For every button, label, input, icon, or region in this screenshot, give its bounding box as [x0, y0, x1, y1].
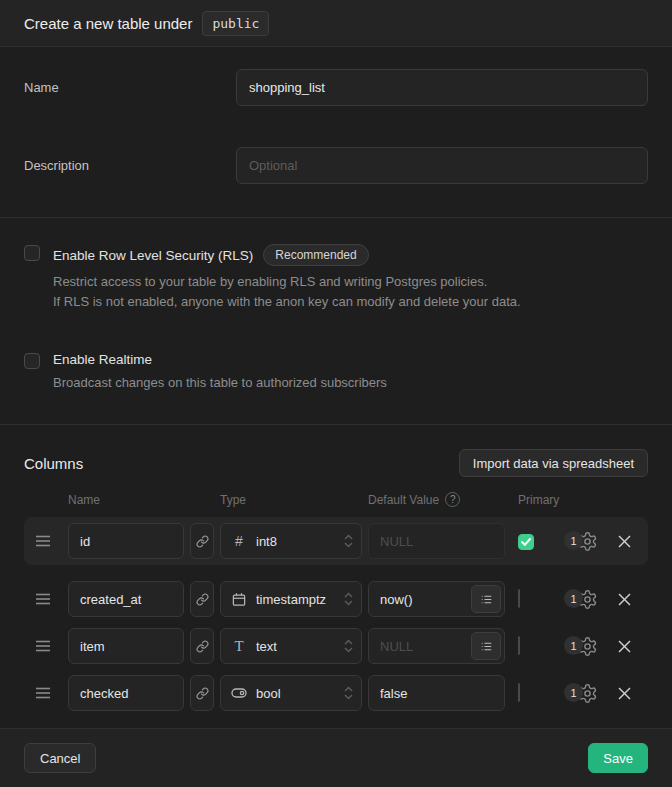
schema-badge: public	[202, 11, 269, 36]
rls-label: Enable Row Level Security (RLS)	[53, 248, 253, 263]
remove-column-button[interactable]	[614, 589, 634, 609]
chevron-updown-icon	[344, 686, 353, 700]
rls-block: Enable Row Level Security (RLS) Recommen…	[24, 244, 648, 312]
foreign-key-link-icon[interactable]	[190, 523, 214, 559]
default-suggestions-button[interactable]	[471, 632, 501, 660]
columns-section: Columns Import data via spreadsheet Name…	[0, 425, 672, 728]
hash-icon: #	[231, 533, 247, 549]
column-type-select[interactable]: timestamptz	[220, 581, 362, 617]
column-settings-button[interactable]: 1	[564, 681, 598, 705]
toggle-icon	[231, 685, 247, 701]
foreign-key-link-icon[interactable]	[190, 628, 214, 664]
header-name: Name	[68, 493, 220, 507]
column-name-input[interactable]	[68, 581, 184, 617]
column-settings-button[interactable]: 1	[564, 634, 598, 658]
type-icon: T	[231, 638, 247, 655]
column-row-id: # int8 1	[24, 517, 648, 565]
list-icon	[480, 593, 493, 606]
chevron-updown-icon	[344, 534, 353, 548]
chevron-updown-icon	[344, 592, 353, 606]
primary-checkbox[interactable]	[518, 589, 520, 608]
dialog-footer: Cancel Save	[0, 728, 672, 787]
realtime-block: Enable Realtime Broadcast changes on thi…	[24, 352, 648, 393]
close-icon	[618, 640, 631, 653]
realtime-description: Broadcast changes on this table to autho…	[53, 373, 387, 393]
column-name-input[interactable]	[68, 523, 184, 559]
calendar-icon	[231, 592, 247, 607]
remove-column-button[interactable]	[614, 683, 634, 703]
foreign-key-link-icon[interactable]	[190, 675, 214, 711]
settings-count-badge: 1	[564, 589, 583, 608]
check-icon	[521, 538, 531, 546]
close-icon	[618, 535, 631, 548]
description-label: Description	[24, 147, 236, 173]
header-default-value: Default Value	[368, 493, 439, 507]
primary-checkbox[interactable]	[518, 683, 520, 702]
create-table-dialog: Create a new table under public Name Des…	[0, 0, 672, 787]
column-type-select[interactable]: # int8	[220, 523, 362, 559]
rls-description: Restrict access to your table by enablin…	[53, 272, 521, 312]
remove-column-button[interactable]	[614, 531, 634, 551]
dialog-header: Create a new table under public	[0, 0, 672, 47]
rls-checkbox[interactable]	[24, 245, 40, 261]
remove-column-button[interactable]	[614, 636, 634, 656]
table-name-input[interactable]	[236, 69, 648, 106]
settings-count-badge: 1	[564, 531, 583, 550]
column-settings-button[interactable]: 1	[564, 529, 598, 553]
recommended-badge: Recommended	[263, 244, 368, 266]
close-icon	[618, 687, 631, 700]
settings-count-badge: 1	[564, 683, 583, 702]
description-field-row: Description	[24, 147, 648, 184]
primary-checkbox[interactable]	[518, 534, 534, 550]
options-section: Enable Row Level Security (RLS) Recommen…	[0, 218, 672, 425]
default-value-input[interactable]	[368, 675, 505, 711]
column-name-input[interactable]	[68, 675, 184, 711]
default-value-input[interactable]	[368, 523, 505, 559]
save-button[interactable]: Save	[588, 743, 648, 773]
drag-handle-icon[interactable]	[24, 640, 68, 652]
column-row-created-at: timestamptz 1	[24, 577, 648, 621]
drag-handle-icon[interactable]	[24, 687, 68, 699]
realtime-label: Enable Realtime	[53, 352, 152, 367]
default-suggestions-button[interactable]	[471, 585, 501, 613]
basic-fields-section: Name Description	[0, 47, 672, 218]
name-label: Name	[24, 69, 236, 95]
column-settings-button[interactable]: 1	[564, 587, 598, 611]
columns-header-row: Name Type Default Value ? Primary	[24, 492, 648, 507]
dialog-title: Create a new table under	[24, 15, 192, 32]
chevron-updown-icon	[344, 639, 353, 653]
column-type-select[interactable]: T text	[220, 628, 362, 664]
settings-count-badge: 1	[564, 636, 583, 655]
foreign-key-link-icon[interactable]	[190, 581, 214, 617]
cancel-button[interactable]: Cancel	[24, 743, 96, 773]
column-row-item: T text 1	[24, 624, 648, 668]
header-type: Type	[220, 493, 368, 507]
table-description-input[interactable]	[236, 147, 648, 184]
list-icon	[480, 640, 493, 653]
columns-heading: Columns	[24, 455, 83, 472]
close-icon	[618, 593, 631, 606]
import-spreadsheet-button[interactable]: Import data via spreadsheet	[459, 449, 648, 477]
realtime-checkbox[interactable]	[24, 353, 40, 369]
header-primary: Primary	[518, 493, 559, 507]
drag-handle-icon[interactable]	[24, 535, 68, 547]
drag-handle-icon[interactable]	[24, 593, 68, 605]
help-icon[interactable]: ?	[445, 492, 460, 507]
column-type-select[interactable]: bool	[220, 675, 362, 711]
column-row-checked: bool 1	[24, 671, 648, 715]
primary-checkbox[interactable]	[518, 636, 520, 655]
name-field-row: Name	[24, 69, 648, 106]
column-name-input[interactable]	[68, 628, 184, 664]
